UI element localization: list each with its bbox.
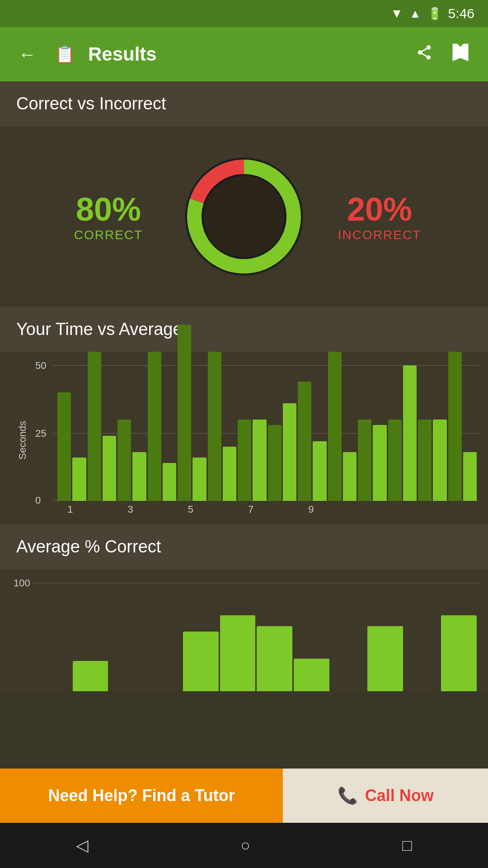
bar-group-5 [208,352,237,501]
bar-your-1 [88,352,101,501]
bar-group-1 [88,352,117,501]
time-average-header: Your Time vs Average [0,307,488,352]
x-label-5 [206,504,236,515]
status-time: 5:46 [448,6,474,21]
donut-section: 80% CORRECT 20% INCORRECT [0,126,488,307]
bar-group-6 [238,420,267,501]
bar-avg-0 [72,458,86,501]
bar-avg-10 [373,425,386,501]
bookmark-icon[interactable] [446,38,474,71]
bar-avg-13 [463,452,477,501]
bar-group-13 [448,352,477,501]
x-label-11 [386,504,417,515]
avg-bar-11 [441,615,477,691]
bar-group-8 [298,382,327,501]
bar-your-7 [268,425,282,501]
bar-group-2 [117,420,146,501]
bar-avg-5 [223,447,236,501]
nav-home-button[interactable]: ○ [240,836,250,855]
bar-group-0 [57,392,86,501]
x-label-13 [446,504,477,515]
x-label-6: 7 [236,504,266,515]
bar-group-7 [268,403,297,501]
y-label-0: 0 [35,495,41,506]
svg-point-3 [203,176,285,257]
time-average-title: Your Time vs Average [16,320,183,339]
share-icon[interactable] [411,39,437,70]
donut-chart [172,144,316,289]
back-button[interactable]: ← [14,40,41,69]
bar-your-2 [117,420,131,501]
incorrect-stat: 20% INCORRECT [334,191,425,242]
time-chart-area: Seconds 50 25 0 13579 [0,352,488,524]
correct-label: CORRECT [63,228,154,242]
x-label-3 [145,504,176,515]
battery-icon: 🔋 [427,7,442,21]
bar-your-8 [298,382,311,501]
x-label-7 [266,504,296,515]
avg-bar-5 [220,615,256,691]
correct-incorrect-header: Correct vs Incorrect [0,81,488,126]
x-label-9 [326,504,357,515]
incorrect-percent: 20% [334,191,425,228]
bar-group-9 [328,352,357,501]
call-now-button[interactable]: 📞 Call Now [283,769,488,823]
status-bar: ▼ ▲ 🔋 5:46 [0,0,488,27]
bar-group-12 [418,420,447,501]
nav-recents-button[interactable]: □ [402,836,412,855]
status-icons: ▼ ▲ 🔋 5:46 [390,6,474,21]
bar-your-5 [208,352,221,501]
x-label-2: 3 [115,504,145,515]
avg-y-label-100: 100 [14,577,30,589]
bar-your-12 [418,420,432,501]
bar-avg-6 [253,420,266,501]
bar-avg-11 [403,365,417,501]
bar-avg-1 [103,436,116,501]
signal-icon: ▲ [409,7,421,21]
x-label-0: 1 [55,504,85,515]
x-label-10 [356,504,386,515]
nav-bar: ◁ ○ □ [0,823,488,868]
avg-bar-9 [367,626,403,691]
bar-group-10 [358,420,387,501]
bar-your-6 [238,420,251,501]
avg-correct-title: Average % Correct [16,537,161,556]
bar-avg-8 [313,441,326,501]
avg-bar-4 [183,632,219,691]
nav-back-button[interactable]: ◁ [76,836,89,855]
correct-incorrect-title: Correct vs Incorrect [16,94,166,113]
bar-your-4 [178,325,191,501]
bottom-banner: Need Help? Find a Tutor 📞 Call Now [0,769,488,823]
avg-chart-area: 100 [0,569,488,691]
bar-your-9 [328,352,342,501]
correct-stat: 80% CORRECT [63,191,154,242]
app-bar: ← 📋 Results [0,27,488,81]
x-label-4: 5 [176,504,206,515]
avg-bar-1 [73,661,108,691]
avg-bar-6 [257,626,292,691]
wifi-icon: ▼ [390,6,403,21]
bar-group-4 [178,325,206,501]
bar-avg-7 [283,403,296,501]
y-label-50: 50 [35,360,46,372]
phone-icon: 📞 [338,786,358,805]
bar-your-10 [358,420,371,501]
y-axis-label: Seconds [17,421,28,460]
bar-your-11 [388,420,402,501]
avg-correct-header: Average % Correct [0,524,488,569]
call-now-text: Call Now [365,786,434,805]
bar-avg-2 [132,452,146,501]
time-x-labels: 13579 [35,501,479,515]
time-bars [55,365,479,501]
incorrect-label: INCORRECT [334,228,425,242]
bar-your-13 [448,352,462,501]
bar-avg-3 [163,463,176,501]
x-label-12 [417,504,447,515]
x-label-1 [85,504,116,515]
bar-avg-9 [343,452,357,501]
avg-bar-7 [294,659,329,691]
avg-bars [33,583,479,691]
find-tutor-button[interactable]: Need Help? Find a Tutor [0,769,283,823]
bar-group-3 [148,352,177,501]
bar-avg-12 [433,420,446,501]
